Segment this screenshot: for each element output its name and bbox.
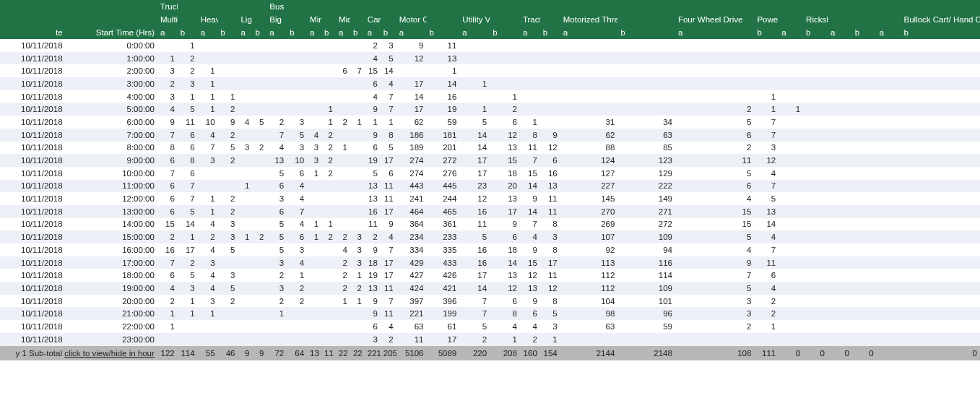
data-cell: 3 — [266, 259, 287, 267]
header-cell: a — [336, 28, 350, 37]
data-cell: 23:00:00 — [66, 335, 157, 344]
data-cell: 19 — [365, 156, 381, 165]
data-cell: 9 — [218, 118, 238, 126]
data-cell: 4 — [381, 233, 396, 241]
data-cell: 14 — [381, 66, 396, 75]
data-cell: 2 — [198, 233, 218, 241]
header-cell: te — [0, 28, 66, 37]
data-cell: 18:00:00 — [66, 271, 157, 280]
data-cell: 1 — [238, 233, 252, 241]
data-cell: 1 — [427, 66, 460, 75]
data-cell: 12 — [540, 284, 560, 293]
data-cell: 1 — [350, 297, 365, 306]
header-cell: a — [779, 28, 803, 37]
table-row: 10/11/201814:00:001514435411119364361119… — [0, 218, 980, 231]
data-cell: 4 — [754, 169, 779, 178]
data-cell: 61 — [427, 322, 460, 331]
data-cell: 6 — [157, 194, 178, 203]
data-cell: 10/11/2018 — [0, 271, 66, 280]
header-cell: b — [617, 28, 675, 37]
data-cell: 1 — [754, 322, 779, 331]
data-cell: 16 — [427, 92, 460, 101]
data-cell: 9 — [381, 220, 396, 228]
data-cell: 1:00:00 — [66, 54, 157, 63]
data-cell: 3 — [540, 322, 560, 331]
data-cell: 3 — [307, 143, 321, 152]
data-cell: 3 — [218, 220, 238, 228]
data-cell: 10/11/2018 — [0, 220, 66, 228]
data-cell: 9 — [365, 309, 381, 318]
data-cell: 10/11/2018 — [0, 41, 66, 50]
header-cell: a — [520, 28, 540, 37]
data-cell: 4 — [365, 92, 381, 101]
data-cell: 4 — [520, 322, 540, 331]
table-row: teStart Time (Hrs)ababababababababababab… — [0, 26, 980, 39]
header-cell: b — [252, 28, 266, 37]
data-cell: 3 — [350, 259, 365, 267]
data-cell: 10/11/2018 — [0, 335, 66, 344]
data-cell: 1 — [178, 92, 198, 101]
table-row: 10/11/201815:00:002123125612232423423356… — [0, 230, 980, 243]
data-cell: 426 — [427, 271, 460, 280]
data-cell: 1 — [157, 309, 178, 318]
subtotal-cell: 2144 — [560, 349, 618, 358]
data-cell: 5 — [218, 246, 238, 254]
data-cell: 13:00:00 — [66, 207, 157, 216]
data-cell: 2 — [218, 131, 238, 139]
data-cell: 4 — [238, 118, 252, 126]
data-cell: 4 — [381, 322, 396, 331]
data-cell: 3 — [350, 233, 365, 241]
data-cell: 11 — [459, 220, 490, 228]
data-cell: 17 — [459, 271, 490, 280]
data-cell: 1 — [307, 220, 321, 228]
data-cell: 18 — [365, 259, 381, 267]
data-cell: 2 — [218, 207, 238, 216]
table-row: 10/11/201811:00:006716413114434452320141… — [0, 180, 980, 193]
data-cell: 3 — [198, 259, 218, 267]
data-cell: 1 — [321, 220, 336, 228]
data-cell: 145 — [560, 194, 618, 203]
data-cell: 3 — [198, 156, 218, 165]
data-cell: 63 — [617, 131, 675, 139]
data-cell: 9 — [365, 246, 381, 254]
subtotal-cell: 208 — [490, 349, 520, 358]
data-cell: 4 — [490, 322, 520, 331]
data-cell: 6 — [157, 207, 178, 216]
table-row: 10/11/20181:00:0012451213 — [0, 52, 980, 65]
data-cell: 12:00:00 — [66, 194, 157, 203]
data-cell: 10/11/2018 — [0, 207, 66, 216]
data-cell: 1 — [520, 118, 540, 126]
data-cell: 6 — [157, 156, 178, 165]
data-cell: 1 — [198, 79, 218, 88]
data-cell: 3 — [381, 41, 396, 50]
data-cell: 17 — [540, 259, 560, 267]
header-cell: a — [365, 28, 381, 37]
data-cell: 4 — [287, 194, 307, 203]
data-cell: 1 — [287, 271, 307, 280]
data-cell: 2 — [252, 233, 266, 241]
data-cell: 5 — [675, 233, 754, 241]
subtotal-label[interactable]: y 1 Sub-total click to view/hide in hour — [0, 349, 157, 358]
data-cell: 13 — [520, 284, 540, 293]
data-cell: 9 — [365, 105, 381, 113]
table-row: 10/11/20187:00:0076427542981861811412896… — [0, 129, 980, 142]
data-cell: 6 — [157, 181, 178, 190]
data-cell: 123 — [617, 156, 675, 165]
data-cell: 1 — [157, 54, 178, 63]
subtotal-cell: 64 — [287, 349, 307, 358]
data-cell: 5 — [754, 194, 779, 203]
data-cell: 9 — [540, 131, 560, 139]
data-cell: 2 — [336, 233, 350, 241]
data-cell: 18 — [490, 169, 520, 178]
data-cell: 397 — [396, 297, 427, 306]
data-cell: 189 — [396, 143, 427, 152]
data-cell: 1 — [218, 92, 238, 101]
data-cell: 3 — [287, 118, 307, 126]
header-cell: b — [350, 28, 365, 37]
table-row: 10/11/201819:00:004345322213114244211412… — [0, 282, 980, 295]
header-cell: a — [198, 28, 218, 37]
data-cell: 21:00:00 — [66, 309, 157, 318]
data-cell: 94 — [617, 246, 675, 254]
data-cell: 14 — [427, 79, 460, 88]
data-cell: 15 — [675, 207, 754, 216]
